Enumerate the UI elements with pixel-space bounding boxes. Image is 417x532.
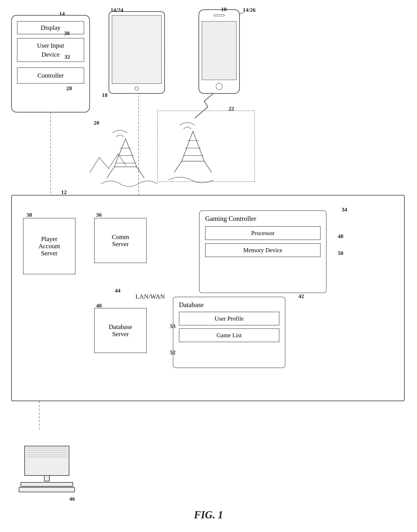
ref-34: 34	[342, 206, 347, 213]
processor-label: Processor	[251, 230, 274, 236]
ref-38: 38	[26, 212, 32, 218]
user-input-device-box: User InputDevice	[17, 38, 84, 62]
ref-40: 40	[96, 302, 102, 309]
tablet-device	[109, 11, 165, 94]
ref-28: 28	[66, 85, 72, 92]
ref-14-26: 14/26	[243, 7, 256, 13]
database-box: Database User Profile Game List	[173, 297, 285, 368]
ref-44: 44	[115, 287, 120, 294]
ref-20: 20	[94, 120, 99, 126]
computer-terminal	[15, 446, 79, 498]
display-label: Display	[41, 24, 61, 31]
ref-53: 53	[170, 323, 176, 329]
player-account-server-box: PlayerAccountServer	[23, 218, 75, 274]
gaming-controller-box: Gaming Controller Processor Memory Devic…	[199, 211, 326, 293]
user-profile-box: User Profile	[179, 312, 279, 325]
controller-box: Controller	[17, 67, 84, 84]
ref-52: 52	[170, 349, 176, 356]
comm-server-label: CommServer	[112, 233, 129, 248]
ref-36: 36	[96, 212, 102, 218]
memory-device-box: Memory Device	[205, 243, 321, 257]
towers-dashed-box	[157, 111, 255, 182]
phone-device	[198, 9, 240, 94]
database-title: Database	[179, 301, 279, 309]
controller-label: Controller	[37, 72, 64, 79]
display-box: Display	[17, 21, 84, 34]
ref-32: 32	[64, 53, 70, 60]
svg-line-35	[107, 167, 114, 178]
device-14-box: Display User InputDevice Controller	[11, 15, 90, 112]
database-server-box: DatabaseServer	[94, 308, 147, 353]
ref-10: 10	[221, 6, 227, 12]
ref-14: 14	[59, 11, 65, 17]
game-list-box: Game List	[179, 329, 279, 342]
user-profile-label: User Profile	[215, 315, 244, 322]
svg-line-36	[137, 167, 144, 178]
ref-12: 12	[61, 189, 67, 195]
ref-22: 22	[229, 105, 234, 112]
ref-14-24: 14/24	[111, 7, 123, 13]
database-server-label: DatabaseServer	[109, 323, 132, 338]
user-input-label: User InputDevice	[37, 42, 64, 58]
ref-42: 42	[298, 293, 304, 299]
ref-50: 50	[338, 250, 343, 256]
memory-device-label: Memory Device	[243, 247, 282, 254]
fig-label: FIG. 1	[194, 509, 223, 521]
player-account-server-label: PlayerAccountServer	[38, 235, 60, 257]
game-list-label: Game List	[217, 332, 242, 339]
gaming-controller-title: Gaming Controller	[205, 215, 321, 223]
ref-46: 46	[69, 496, 75, 502]
ref-18: 18	[102, 92, 107, 98]
server-room-box: Gaming Controller Processor Memory Devic…	[11, 195, 405, 401]
ref-48: 48	[338, 233, 343, 239]
ref-30: 30	[64, 30, 70, 36]
lan-wan-label: LAN/WAN	[136, 293, 165, 300]
comm-server-box: CommServer	[94, 218, 147, 263]
processor-box: Processor	[205, 226, 321, 240]
diagram: Display User InputDevice Controller 14 3…	[0, 0, 417, 532]
